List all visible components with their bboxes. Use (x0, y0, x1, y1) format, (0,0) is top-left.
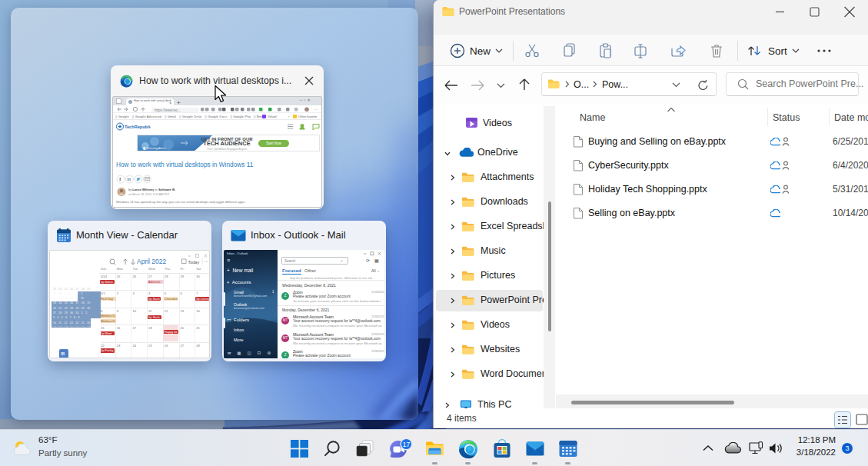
svg-text:New: New (470, 45, 491, 57)
svg-text:TechRepublic: TechRepublic (125, 125, 151, 129)
svg-text:on March 18, 2022, 6:53 AM PDT: on March 18, 2022, 6:53 AM PDT (128, 193, 170, 196)
svg-text:Today: Today (188, 260, 200, 265)
svg-text:Pow...: Pow... (602, 79, 628, 90)
svg-text:⋯: ⋯ (314, 107, 318, 112)
svg-text:O...: O... (574, 79, 589, 90)
svg-text:in: in (128, 177, 131, 181)
svg-text:17: 17 (403, 441, 411, 448)
svg-text:by Lance Whitney in Software ℝ: by Lance Whitney in Software ℝ (128, 188, 175, 191)
svg-text:Sort: Sort (768, 45, 787, 57)
svg-text:⋯: ⋯ (205, 259, 209, 264)
svg-text:f: f (119, 177, 121, 181)
